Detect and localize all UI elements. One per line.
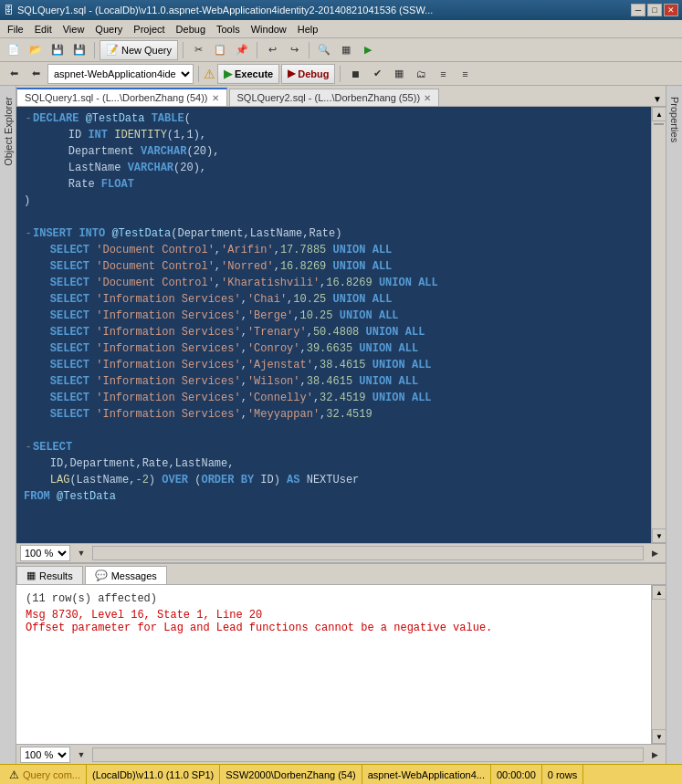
zoom-selector-2[interactable]: 100 %	[20, 747, 70, 763]
status-login: SSW2000\DorbenZhang (54)	[220, 765, 362, 784]
sep2	[183, 42, 184, 58]
zoom-selector-1[interactable]: 100 %	[20, 545, 70, 561]
scroll-down[interactable]: ▼	[652, 528, 666, 543]
menu-debug[interactable]: Debug	[171, 22, 211, 37]
status-database: aspnet-WebApplication4...	[362, 765, 491, 784]
rows-affected: (11 row(s) affected)	[26, 592, 642, 605]
sep5	[198, 66, 199, 82]
menu-tools[interactable]: Tools	[211, 22, 246, 37]
menu-help[interactable]: Help	[292, 22, 324, 37]
title-bar-buttons: ─ □ ✕	[631, 4, 678, 16]
zoom2-down-btn[interactable]: ▼	[74, 747, 89, 762]
h-scroll-right[interactable]: ▶	[647, 546, 662, 560]
warning-icon: ⚠	[204, 67, 215, 81]
check-button[interactable]: ✔	[367, 64, 387, 84]
save-button[interactable]: 💾	[47, 40, 68, 60]
paste-button[interactable]: 📌	[232, 40, 252, 60]
redo-button[interactable]: ↪	[284, 40, 304, 60]
results-tabs: ▦ Results 💬 Messages	[16, 564, 666, 585]
play-button[interactable]: ▶	[358, 40, 378, 60]
menu-view[interactable]: View	[58, 22, 90, 37]
properties-label: Properties	[669, 97, 680, 142]
zoom-down-btn[interactable]: ▼	[74, 546, 89, 560]
execute-button[interactable]: ▶ Execute	[217, 64, 279, 84]
debug-button[interactable]: ▶ Debug	[281, 64, 335, 84]
messages-tab-label: Messages	[111, 570, 157, 581]
status-bar: ⚠ Query com... (LocalDb)\v11.0 (11.0 SP1…	[0, 764, 682, 784]
error-message: Offset parameter for Lag and Lead functi…	[26, 622, 642, 634]
new-file-button[interactable]: 📄	[4, 40, 24, 60]
tab2-label: SQLQuery2.sql - (L...\DorbenZhang (55))	[237, 92, 421, 103]
schema-button[interactable]: 🗂	[411, 64, 431, 84]
h2-scroll-right[interactable]: ▶	[647, 747, 662, 762]
play-icon: ▶	[224, 68, 232, 80]
scroll-up[interactable]: ▲	[652, 107, 666, 121]
tab2-close[interactable]: ✕	[424, 93, 431, 103]
results2-button[interactable]: ▦	[389, 64, 409, 84]
menu-bar: File Edit View Query Project Debug Tools…	[0, 20, 682, 38]
left-sidebar: Object Explorer	[0, 86, 16, 764]
zoom-bar-1: 100 % ▼ ▶	[16, 543, 666, 563]
sep1	[94, 42, 95, 58]
menu-file[interactable]: File	[2, 22, 29, 37]
maximize-button[interactable]: □	[647, 4, 662, 16]
messages-icon: 💬	[95, 570, 108, 581]
save-all-button[interactable]: 💾	[69, 40, 89, 60]
results-panel: ▦ Results 💬 Messages (11 row(s) affected…	[16, 563, 666, 764]
results-icon: ▦	[26, 570, 36, 581]
menu-window[interactable]: Window	[246, 22, 292, 37]
indent-button[interactable]: ≡	[433, 64, 453, 84]
cut-button[interactable]: ✂	[188, 40, 208, 60]
sep3	[257, 42, 257, 58]
results-scroll-up[interactable]: ▲	[652, 585, 666, 600]
back-button[interactable]: ⬅	[4, 64, 24, 84]
menu-edit[interactable]: Edit	[29, 22, 58, 37]
results-scrollbar[interactable]: ▲ ▼	[651, 585, 666, 744]
h-scrollbar-2[interactable]	[92, 747, 644, 762]
content-area: SQLQuery1.sql - (L...\DorbenZhang (54)) …	[16, 86, 666, 764]
undo-button[interactable]: ↩	[262, 40, 282, 60]
database-selector[interactable]: aspnet-WebApplication4ide...	[47, 64, 194, 84]
title-icon: 🗄	[4, 5, 14, 16]
toolbar-1: 📄 📂 💾 💾 📝 New Query ✂ 📋 📌 ↩ ↪ 🔍 ▦ ▶	[0, 38, 682, 62]
new-query-button[interactable]: 📝 New Query	[100, 40, 178, 60]
scroll-thumb[interactable]	[654, 123, 664, 125]
tab1-close[interactable]: ✕	[212, 93, 219, 103]
results-button[interactable]: ▦	[336, 40, 356, 60]
tabs-dropdown[interactable]: ▼	[649, 92, 666, 106]
status-warning-item: ⚠ Query com...	[4, 765, 87, 784]
right-sidebar: Properties	[666, 86, 682, 764]
copy-button[interactable]: 📋	[210, 40, 230, 60]
menu-project[interactable]: Project	[128, 22, 170, 37]
title-bar: 🗄 SQLQuery1.sql - (LocalDb)\v11.0.aspnet…	[0, 0, 682, 20]
main-container: Object Explorer SQLQuery1.sql - (L...\Do…	[0, 86, 682, 764]
warning-icon-status: ⚠	[9, 768, 19, 781]
toolbar-2: ⬅ ⬅ aspnet-WebApplication4ide... ⚠ ▶ Exe…	[0, 62, 682, 86]
status-time: 00:00:00	[491, 765, 542, 784]
tab-sqlquery1[interactable]: SQLQuery1.sql - (L...\DorbenZhang (54)) …	[16, 88, 227, 106]
tab-sqlquery2[interactable]: SQLQuery2.sql - (L...\DorbenZhang (55)) …	[229, 89, 440, 106]
outdent-button[interactable]: ≡	[455, 64, 475, 84]
sql-editor-tabs: SQLQuery1.sql - (L...\DorbenZhang (54)) …	[16, 86, 666, 107]
minimize-button[interactable]: ─	[631, 4, 645, 16]
results-tab-messages[interactable]: 💬 Messages	[85, 566, 167, 584]
menu-query[interactable]: Query	[89, 22, 128, 37]
title-label: SQLQuery1.sql - (LocalDb)\v11.0.aspnet-W…	[17, 5, 433, 16]
find-button[interactable]: 🔍	[314, 40, 334, 60]
execute-label: Execute	[235, 68, 273, 79]
sql-editor[interactable]: -DECLARE @TestData TABLE( ID INT IDENTIT…	[16, 107, 651, 543]
results-tab-label: Results	[39, 570, 73, 581]
results-tab-results[interactable]: ▦ Results	[16, 566, 83, 584]
h-scrollbar-1[interactable]	[92, 546, 644, 560]
stop-button[interactable]: ⏹	[345, 64, 365, 84]
title-bar-text: 🗄 SQLQuery1.sql - (LocalDb)\v11.0.aspnet…	[4, 5, 433, 16]
object-explorer-label: Object Explorer	[3, 97, 14, 166]
query-status: Query com...	[23, 769, 80, 780]
editor-scroll-container: -DECLARE @TestData TABLE( ID INT IDENTIT…	[16, 107, 666, 543]
close-button[interactable]: ✕	[664, 4, 678, 16]
open-button[interactable]: 📂	[26, 40, 46, 60]
editor-scrollbar[interactable]: ▲ ▼	[651, 107, 666, 543]
results-scroll-down[interactable]: ▼	[652, 729, 666, 744]
forward-button[interactable]: ⬅	[26, 64, 46, 84]
sep4	[309, 42, 310, 58]
